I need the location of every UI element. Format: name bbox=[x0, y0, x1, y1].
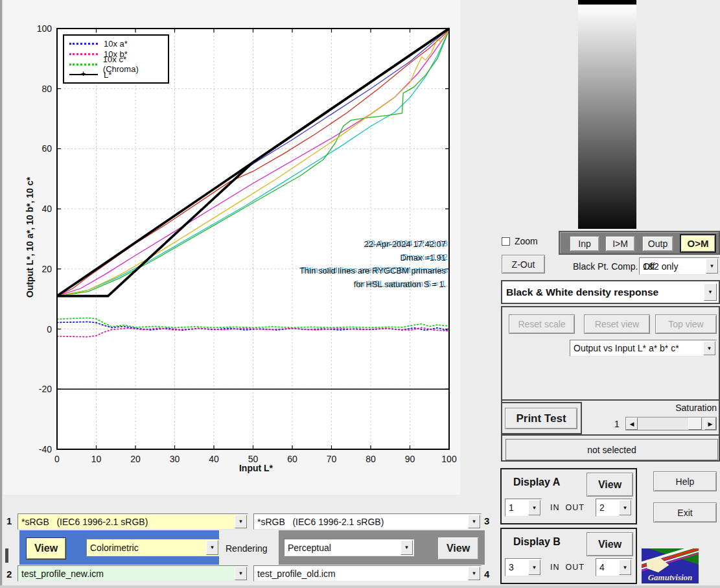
x-axis-title: Input L* bbox=[227, 463, 285, 473]
black-point-comp-select[interactable]: Off 1&2 only ▼ bbox=[639, 257, 719, 275]
display-a-out-select[interactable]: 2 ▼ bbox=[596, 499, 633, 517]
profile-4-select[interactable]: test_profile_old.icm ▼ bbox=[253, 565, 482, 582]
arrow-right-icon[interactable]: ▶ bbox=[704, 417, 716, 430]
rendering-intent-right-select[interactable]: Perceptual ▼ bbox=[284, 539, 414, 556]
cursor-mark bbox=[5, 548, 8, 563]
annotation-note2: for HSL saturation S = 1. bbox=[246, 278, 446, 292]
rendering-intent-left-value: Colorimetric bbox=[90, 543, 139, 553]
zoom-checkbox[interactable] bbox=[502, 237, 510, 246]
mode-select-value: Black & White density response bbox=[506, 287, 658, 298]
reset-view-button: Reset view bbox=[584, 314, 650, 334]
svg-text:20: 20 bbox=[130, 454, 141, 464]
input-button[interactable]: Inp bbox=[570, 236, 599, 252]
view-right-button[interactable]: View bbox=[437, 537, 479, 560]
chevron-down-icon[interactable]: ▼ bbox=[235, 515, 247, 528]
output-to-monitor-button[interactable]: O>M bbox=[680, 234, 716, 253]
annotation-dmax: Dmax =1.91 bbox=[246, 252, 446, 265]
svg-text:80: 80 bbox=[366, 454, 376, 464]
rendering-intent-left-select[interactable]: Colorimetric ▼ bbox=[86, 539, 220, 556]
display-b-view-button[interactable]: View bbox=[586, 532, 633, 556]
print-test-button[interactable]: Print Test bbox=[505, 408, 577, 429]
svg-text:60: 60 bbox=[41, 143, 52, 154]
chevron-down-icon[interactable]: ▼ bbox=[703, 341, 715, 355]
chevron-down-icon[interactable]: ▼ bbox=[706, 259, 718, 274]
legend-plus-marker: + bbox=[81, 69, 86, 78]
svg-text:100: 100 bbox=[37, 23, 52, 34]
slider-thumb[interactable] bbox=[688, 417, 702, 430]
display-a-inout-label: IN OUT bbox=[550, 503, 593, 512]
rendering-label: Rendering bbox=[226, 543, 268, 554]
chevron-down-icon[interactable]: ▼ bbox=[468, 515, 480, 528]
zoom-out-button[interactable]: Z-Out bbox=[502, 255, 545, 274]
display-b-in-value: 3 bbox=[509, 562, 514, 572]
arrow-left-icon[interactable]: ◀ bbox=[626, 417, 638, 430]
svg-text:20: 20 bbox=[41, 264, 52, 274]
chevron-down-icon[interactable]: ▼ bbox=[619, 500, 631, 515]
chevron-down-icon[interactable]: ▼ bbox=[235, 567, 247, 580]
plot-type-select[interactable]: Output vs Input L* a* b* c* ▼ bbox=[570, 340, 717, 357]
profile-2-select[interactable]: test_profile_new.icm ▼ bbox=[17, 565, 248, 582]
chevron-down-icon[interactable]: ▼ bbox=[528, 500, 540, 515]
chevron-down-icon[interactable]: ▼ bbox=[528, 559, 540, 575]
svg-text:-40: -40 bbox=[39, 444, 52, 454]
chevron-down-icon[interactable]: ▼ bbox=[206, 540, 218, 555]
legend-label: L* bbox=[104, 70, 111, 80]
black-point-comp-value-b: 1&2 only bbox=[643, 261, 678, 272]
panel-divider bbox=[502, 399, 719, 401]
logo-text: Gamutvision bbox=[642, 572, 699, 583]
profile-3-select[interactable]: *sRGB (IEC6 1996-2.1 sRGB) ▼ bbox=[253, 513, 482, 530]
svg-text:40: 40 bbox=[209, 454, 219, 464]
grayscale-ramp-gradient bbox=[578, 5, 636, 229]
window-bottom-border bbox=[0, 585, 720, 588]
y-axis-title: Output L*, 10 a*, 10 b*, 10 c* bbox=[25, 140, 35, 335]
slot2-number: 2 bbox=[6, 569, 12, 580]
display-a-in-value: 1 bbox=[509, 502, 514, 513]
profile-1-select[interactable]: *sRGB (IEC6 1996-2.1 sRGB) ▼ bbox=[17, 513, 248, 530]
legend-item: 10x a* bbox=[69, 38, 163, 49]
window-left-border bbox=[0, 0, 3, 588]
mode-select[interactable]: Black & White density response ▼ bbox=[501, 280, 720, 304]
svg-text:40: 40 bbox=[41, 204, 52, 214]
svg-text:80: 80 bbox=[41, 84, 52, 94]
legend-label: 10x a* bbox=[104, 39, 128, 49]
slot4-number: 4 bbox=[484, 569, 489, 580]
slot1-number: 1 bbox=[6, 515, 12, 526]
exit-button[interactable]: Exit bbox=[653, 502, 717, 523]
profile-2-value: test_profile_new.icm bbox=[21, 569, 104, 579]
svg-text:70: 70 bbox=[327, 454, 337, 464]
output-button[interactable]: Outp bbox=[642, 236, 673, 252]
display-a-in-select[interactable]: 1 ▼ bbox=[505, 499, 542, 517]
display-b-title: Display B bbox=[513, 536, 561, 548]
chevron-down-icon[interactable]: ▼ bbox=[401, 540, 413, 555]
svg-text:-20: -20 bbox=[39, 384, 52, 394]
display-b-in-select[interactable]: 3 ▼ bbox=[505, 558, 542, 576]
input-to-monitor-button[interactable]: I>M bbox=[605, 236, 635, 252]
chevron-down-icon[interactable]: ▼ bbox=[704, 283, 717, 301]
svg-text:0: 0 bbox=[54, 454, 60, 464]
legend-swatch-b bbox=[69, 53, 98, 55]
svg-text:10: 10 bbox=[91, 454, 102, 464]
zoom-checkbox-label: Zoom bbox=[515, 236, 538, 246]
svg-text:30: 30 bbox=[170, 454, 180, 464]
svg-text:60: 60 bbox=[287, 454, 297, 464]
top-view-button: Top view bbox=[655, 314, 717, 334]
chart-legend: 10x a* 10x b* 10x c* (Chroma) + L* bbox=[63, 34, 169, 84]
legend-item: + L* bbox=[69, 69, 163, 80]
saturation-slider[interactable]: ◀ ▶ bbox=[625, 417, 717, 430]
annotation-date: 22-Apr-2024 17:42:07 bbox=[246, 238, 446, 252]
slot3-number: 3 bbox=[484, 515, 489, 526]
chevron-down-icon[interactable]: ▼ bbox=[468, 567, 480, 580]
grayscale-ramp bbox=[578, 0, 636, 229]
view-left-button[interactable]: View bbox=[26, 537, 66, 559]
help-button[interactable]: Help bbox=[653, 471, 717, 491]
panel-divider bbox=[502, 434, 719, 436]
display-a-view-button[interactable]: View bbox=[586, 473, 633, 497]
status-box: not selected bbox=[505, 439, 718, 460]
svg-text:90: 90 bbox=[405, 454, 415, 464]
display-b-inout-label: IN OUT bbox=[550, 563, 593, 572]
svg-text:0: 0 bbox=[47, 324, 52, 335]
profile-3-value: *sRGB (IEC6 1996-2.1 sRGB) bbox=[257, 517, 384, 527]
display-b-out-select[interactable]: 4 ▼ bbox=[596, 558, 633, 576]
chevron-down-icon[interactable]: ▼ bbox=[619, 559, 631, 575]
legend-item: 10x c* (Chroma) bbox=[69, 59, 163, 69]
